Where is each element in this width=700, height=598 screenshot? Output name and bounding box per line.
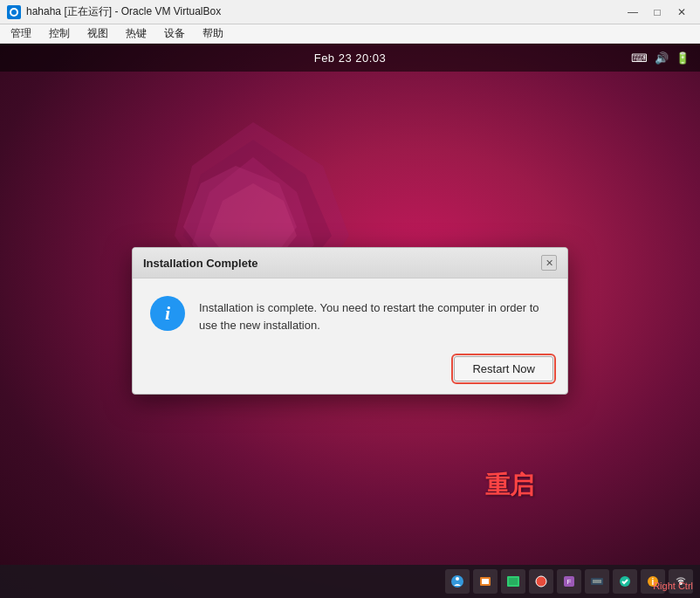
- window-titlebar: hahaha [正在运行] - Oracle VM VirtualBox — □…: [0, 0, 700, 24]
- menu-manage[interactable]: 管理: [5, 24, 37, 43]
- menu-help[interactable]: 帮助: [197, 24, 229, 43]
- svg-point-1: [11, 10, 17, 15]
- vm-display-area: Feb 23 20:03 ⌨ 🔊 🔋 重启 Installation Compl…: [0, 44, 700, 598]
- dialog-message: Installation is complete. You need to re…: [199, 296, 550, 333]
- maximize-button[interactable]: □: [646, 3, 669, 21]
- dialog-footer: Restart Now: [133, 347, 567, 394]
- app-icon: [7, 5, 21, 19]
- menu-hotkey[interactable]: 热键: [120, 24, 152, 43]
- minimize-button[interactable]: —: [621, 3, 644, 21]
- dialog-close-button[interactable]: ✕: [541, 255, 557, 271]
- info-icon: i: [150, 296, 185, 331]
- window-title: hahaha [正在运行] - Oracle VM VirtualBox: [26, 4, 221, 19]
- titlebar-left: hahaha [正在运行] - Oracle VM VirtualBox: [7, 4, 221, 19]
- dialog-titlebar: Installation Complete ✕: [133, 248, 567, 278]
- restart-now-button[interactable]: Restart Now: [454, 356, 553, 381]
- menubar: 管理 控制 视图 热键 设备 帮助: [0, 24, 700, 44]
- modal-overlay: Installation Complete ✕ i Installation i…: [0, 44, 700, 598]
- dialog-title: Installation Complete: [143, 257, 257, 270]
- menu-device[interactable]: 设备: [159, 24, 190, 43]
- titlebar-controls: — □ ✕: [621, 3, 693, 21]
- dialog-body: i Installation is complete. You need to …: [133, 278, 567, 347]
- installation-complete-dialog: Installation Complete ✕ i Installation i…: [132, 247, 568, 395]
- close-button[interactable]: ✕: [670, 3, 693, 21]
- menu-control[interactable]: 控制: [44, 24, 75, 43]
- menu-view[interactable]: 视图: [82, 24, 113, 43]
